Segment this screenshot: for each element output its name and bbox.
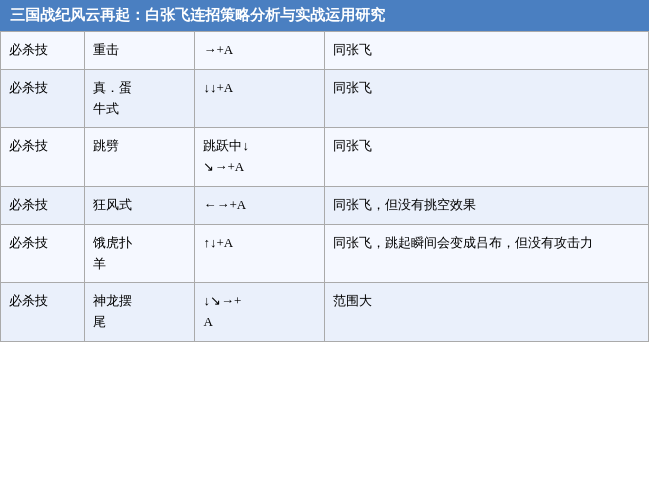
table-cell-col4: 范围大 [324, 283, 648, 342]
table-cell-col4: 同张飞 [324, 69, 648, 128]
table-row: 必杀技真．蛋 牛式↓↓+A同张飞 [1, 69, 649, 128]
moves-table: 必杀技重击→+A同张飞必杀技真．蛋 牛式↓↓+A同张飞必杀技跳劈跳跃中↓ ↘→+… [0, 31, 649, 342]
table-row: 必杀技跳劈跳跃中↓ ↘→+A同张飞 [1, 128, 649, 187]
table-cell-col1: 必杀技 [1, 69, 85, 128]
table-row: 必杀技饿虎扑 羊↑↓+A同张飞，跳起瞬间会变成吕布，但没有攻击力 [1, 224, 649, 283]
table-cell-col2: 饿虎扑 羊 [85, 224, 195, 283]
table-cell-col2: 重击 [85, 32, 195, 70]
table-cell-col3: ↑↓+A [195, 224, 325, 283]
table-cell-col4: 同张飞 [324, 128, 648, 187]
table-cell-col2: 跳劈 [85, 128, 195, 187]
table-cell-col4: 同张飞，但没有挑空效果 [324, 186, 648, 224]
table-cell-col1: 必杀技 [1, 128, 85, 187]
table-cell-col1: 必杀技 [1, 224, 85, 283]
table-cell-col2: 狂风式 [85, 186, 195, 224]
table-cell-col3: 跳跃中↓ ↘→+A [195, 128, 325, 187]
table-cell-col3: →+A [195, 32, 325, 70]
table-cell-col4: 同张飞 [324, 32, 648, 70]
title-bar: 三国战纪风云再起：白张飞连招策略分析与实战运用研究 [0, 0, 649, 31]
table-cell-col3: ←→+A [195, 186, 325, 224]
table-row: 必杀技神龙摆 尾↓↘→+ A范围大 [1, 283, 649, 342]
table-cell-col1: 必杀技 [1, 32, 85, 70]
table-cell-col3: ↓↓+A [195, 69, 325, 128]
table-row: 必杀技重击→+A同张飞 [1, 32, 649, 70]
table-cell-col3: ↓↘→+ A [195, 283, 325, 342]
table-cell-col1: 必杀技 [1, 283, 85, 342]
table-row: 必杀技狂风式←→+A同张飞，但没有挑空效果 [1, 186, 649, 224]
table-cell-col4: 同张飞，跳起瞬间会变成吕布，但没有攻击力 [324, 224, 648, 283]
table-cell-col2: 真．蛋 牛式 [85, 69, 195, 128]
table-cell-col1: 必杀技 [1, 186, 85, 224]
table-cell-col2: 神龙摆 尾 [85, 283, 195, 342]
page-title: 三国战纪风云再起：白张飞连招策略分析与实战运用研究 [10, 7, 385, 23]
